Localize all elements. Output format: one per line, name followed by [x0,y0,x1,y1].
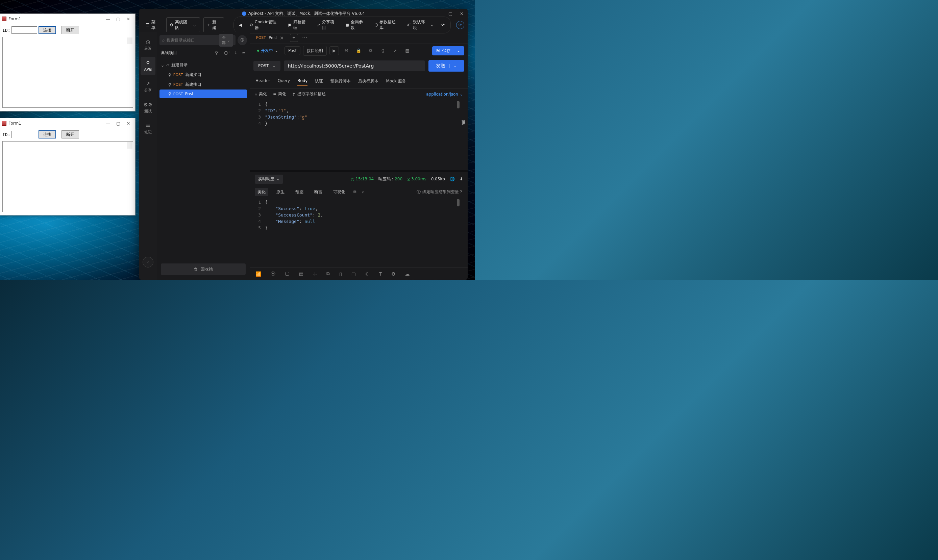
doc-button[interactable]: 接口说明 [303,46,327,56]
layout-icon[interactable]: ▤ [299,271,303,277]
disconnect-button[interactable]: 断开 [62,26,79,34]
leftnav-item-share[interactable]: ↗分享 [140,78,156,96]
disconnect-button[interactable]: 断开 [62,130,79,138]
center-icon[interactable]: ⊹ [313,271,317,277]
tab-close-icon[interactable]: × [280,35,284,40]
locate-icon[interactable]: ⦿ [237,35,247,45]
req-tab-2[interactable]: Body [297,76,308,86]
leftnav-item-api[interactable]: ⚲APIs [140,57,156,75]
recycle-bin-button[interactable]: 🗑 回收站 [161,263,246,275]
bind-result-link[interactable]: ⓘ 绑定响应结果到变量？ [417,189,463,195]
connect-button[interactable]: 连接 [39,130,56,138]
tree-api-item[interactable]: ⚲ POST Post [160,89,247,98]
search-scope[interactable]: 全部 ⌄ [219,34,233,47]
response-body-viewer[interactable]: 12345 { "Success": true, "SuccessCount":… [250,198,468,268]
tree-api-item[interactable]: ⚲ POST 新建接口 [160,70,247,80]
import-icon[interactable]: ⤓ [234,50,237,55]
globe-icon[interactable]: 🌐 [450,177,455,182]
gear-icon[interactable]: ⚙ [391,271,396,277]
copy-icon[interactable]: ⧉ [353,189,356,194]
share-project-button[interactable]: ↗ 分享项目 [314,18,341,32]
maximize-icon[interactable]: ▢ [116,17,121,22]
sync-icon[interactable]: ⟳ [456,21,464,29]
moon-icon[interactable]: ☾ [365,271,370,277]
resp-tab-2[interactable]: 预览 [293,188,306,196]
minimize-icon[interactable]: — [105,17,111,22]
tree-folder[interactable]: ⌄ ▱ 新建目录 [160,60,247,70]
tree-api-item[interactable]: ⚲ POST 新建接口 [160,80,247,89]
resp-tab-1[interactable]: 原生 [274,188,287,196]
req-tab-4[interactable]: 预执行脚本 [330,76,351,86]
code-icon[interactable]: ⟨⟩ [378,46,388,55]
simplify-button[interactable]: ≡ 简化 [273,91,286,97]
status-pill[interactable]: 开发中 ⌄ [253,46,282,56]
collapse-icon[interactable]: ‹ [143,257,153,268]
db-icon[interactable]: ⛁ [342,46,351,55]
beautify-button[interactable]: ⟐ 美化 [255,91,267,97]
new-api-icon[interactable]: ⚲⁺ [215,50,220,55]
signal-icon[interactable]: 📶 [256,271,261,277]
send-button[interactable]: 发送 [428,60,464,72]
new-folder-icon[interactable]: ▢⁺ [224,50,230,55]
close-icon[interactable]: ✕ [460,11,464,16]
more-icon[interactable]: ▦ [402,46,412,55]
req-tab-0[interactable]: Header [256,76,270,86]
copy2-icon[interactable]: ⧉ [327,271,330,277]
id-input[interactable] [11,131,37,138]
cookie-button[interactable]: ⚙ Cookie管理器 [246,18,283,32]
global-params-button[interactable]: ▦ 全局参数 [342,18,370,32]
back-button[interactable]: ◀ [236,21,245,29]
post-name-field[interactable]: Post [285,46,300,55]
download-icon[interactable]: ⬇ [459,177,463,182]
panel-icon[interactable]: ▯ [339,271,342,277]
close-icon[interactable]: ✕ [126,17,131,22]
scrollbar[interactable] [457,199,459,206]
window-icon[interactable]: ▢ [351,271,356,277]
req-tab-6[interactable]: Mock 服务 [386,76,406,86]
search-icon[interactable]: ⌕ [362,189,364,194]
lock-icon[interactable]: 🔒 [354,46,363,55]
scrollbar[interactable] [457,101,459,108]
leftnav-item-test[interactable]: ⚙⚙测试 [140,98,156,117]
resp-tab-0[interactable]: 美化 [255,188,268,196]
eye-icon[interactable]: 👁 [438,21,448,29]
cloud-icon[interactable]: ☁ [405,271,410,277]
method-select[interactable]: POST [253,61,280,71]
tab-add-button[interactable]: + [290,34,298,42]
id-input[interactable] [11,26,37,34]
tab-more-icon[interactable]: ⋯ [300,34,308,41]
monitor-icon[interactable]: 🖵 [285,271,290,277]
extract-button[interactable]: ⇪ 提取字段和描述 [292,91,326,97]
field-desc-label[interactable]: 字段描述 [461,117,466,119]
text-icon[interactable]: T [379,271,382,277]
connect-button[interactable]: 连接 [39,26,56,34]
url-input[interactable]: http://localhost:5000/Server/PostArg [284,60,425,71]
close-icon[interactable]: ✕ [126,121,131,126]
menu-button[interactable]: ☰ 菜单 [143,18,163,32]
request-body-editor[interactable]: 1234 {"ID":"1","JsonString":"g"} 字段描述 [250,100,468,170]
leftnav-item-clock[interactable]: ◷最近 [140,36,156,54]
form-textarea[interactable] [2,37,133,108]
maximize-icon[interactable]: ▢ [116,121,121,126]
resp-tab-3[interactable]: 断言 [311,188,325,196]
archive-button[interactable]: ▣ 归档管理 [285,18,313,32]
req-tab-3[interactable]: 认证 [315,76,323,86]
new-button[interactable]: + 新建 [203,17,224,33]
play-icon[interactable]: ▶ [330,46,339,55]
req-tab-5[interactable]: 后执行脚本 [358,76,379,86]
team-button[interactable]: ⚙ 离线团队 ⌄ [166,17,200,33]
sort-icon[interactable]: ≔ [242,50,246,55]
save-button[interactable]: 🖫 保存⌄ [432,46,464,55]
response-mode-select[interactable]: 实时响应 ⌄ [255,175,283,184]
req-tab-1[interactable]: Query [278,76,290,86]
maximize-icon[interactable]: ▢ [448,11,453,16]
copy-icon[interactable]: ⧉ [366,46,376,55]
leftnav-item-note[interactable]: ▤笔记 [140,120,156,138]
param-desc-button[interactable]: ⬡ 参数描述库 [371,18,403,32]
form-textarea[interactable] [2,141,133,212]
env-button[interactable]: 🏷 默认环境 ⌄ [404,18,437,32]
request-tab[interactable]: POST Post × [252,33,288,43]
content-type-select[interactable]: application/json ⌄ [426,92,463,97]
minimize-icon[interactable]: — [105,121,111,126]
export-icon[interactable]: ↗ [390,46,400,55]
